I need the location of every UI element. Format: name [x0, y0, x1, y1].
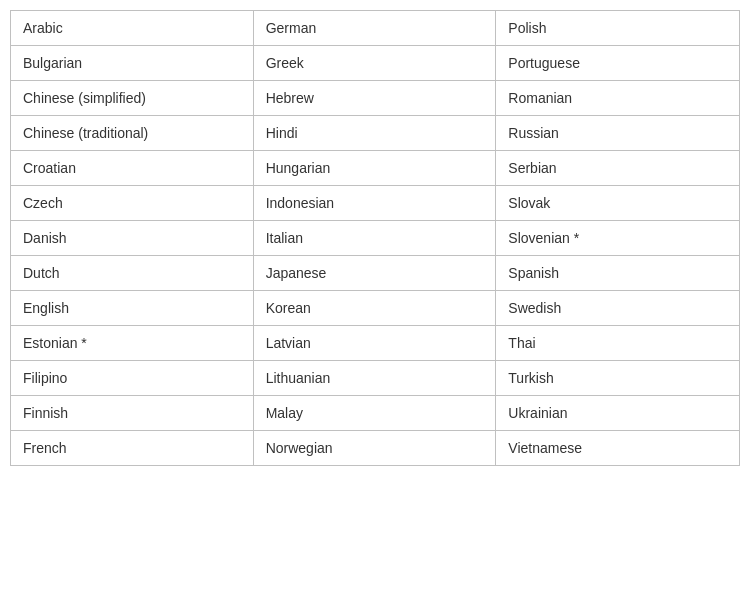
table-row: EnglishKoreanSwedish: [11, 291, 739, 326]
table-cell: Ukrainian: [496, 396, 739, 430]
table-cell: Chinese (traditional): [11, 116, 254, 150]
table-cell: Slovak: [496, 186, 739, 220]
table-cell: Arabic: [11, 11, 254, 45]
table-cell: Danish: [11, 221, 254, 255]
table-row: FilipinoLithuanianTurkish: [11, 361, 739, 396]
table-cell: Portuguese: [496, 46, 739, 80]
table-cell: Estonian *: [11, 326, 254, 360]
table-cell: Japanese: [254, 256, 497, 290]
table-cell: Lithuanian: [254, 361, 497, 395]
table-row: FrenchNorwegianVietnamese: [11, 431, 739, 465]
table-row: CzechIndonesianSlovak: [11, 186, 739, 221]
table-row: BulgarianGreekPortuguese: [11, 46, 739, 81]
table-cell: Serbian: [496, 151, 739, 185]
table-cell: Vietnamese: [496, 431, 739, 465]
table-row: ArabicGermanPolish: [11, 11, 739, 46]
table-cell: Polish: [496, 11, 739, 45]
table-cell: Indonesian: [254, 186, 497, 220]
table-row: DutchJapaneseSpanish: [11, 256, 739, 291]
languages-table: ArabicGermanPolishBulgarianGreekPortugue…: [10, 10, 740, 466]
table-cell: Russian: [496, 116, 739, 150]
table-cell: Norwegian: [254, 431, 497, 465]
table-cell: Hindi: [254, 116, 497, 150]
table-cell: Korean: [254, 291, 497, 325]
table-row: Chinese (simplified)HebrewRomanian: [11, 81, 739, 116]
table-cell: Slovenian *: [496, 221, 739, 255]
table-cell: Greek: [254, 46, 497, 80]
table-cell: Malay: [254, 396, 497, 430]
table-cell: Thai: [496, 326, 739, 360]
table-cell: Spanish: [496, 256, 739, 290]
table-cell: Dutch: [11, 256, 254, 290]
table-row: Estonian *LatvianThai: [11, 326, 739, 361]
table-row: DanishItalianSlovenian *: [11, 221, 739, 256]
table-cell: French: [11, 431, 254, 465]
table-cell: Bulgarian: [11, 46, 254, 80]
table-row: FinnishMalayUkrainian: [11, 396, 739, 431]
table-cell: Finnish: [11, 396, 254, 430]
table-cell: Chinese (simplified): [11, 81, 254, 115]
table-cell: Hungarian: [254, 151, 497, 185]
table-cell: Croatian: [11, 151, 254, 185]
table-cell: Czech: [11, 186, 254, 220]
table-cell: Hebrew: [254, 81, 497, 115]
table-cell: Filipino: [11, 361, 254, 395]
table-cell: Swedish: [496, 291, 739, 325]
table-cell: Italian: [254, 221, 497, 255]
table-cell: English: [11, 291, 254, 325]
table-cell: German: [254, 11, 497, 45]
table-cell: Latvian: [254, 326, 497, 360]
table-row: CroatianHungarianSerbian: [11, 151, 739, 186]
table-row: Chinese (traditional)HindiRussian: [11, 116, 739, 151]
table-cell: Romanian: [496, 81, 739, 115]
table-cell: Turkish: [496, 361, 739, 395]
